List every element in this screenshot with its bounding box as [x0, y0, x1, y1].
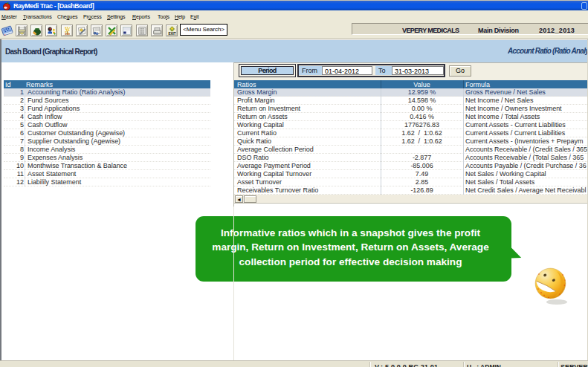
svg-text:EXIT: EXIT: [168, 32, 175, 36]
